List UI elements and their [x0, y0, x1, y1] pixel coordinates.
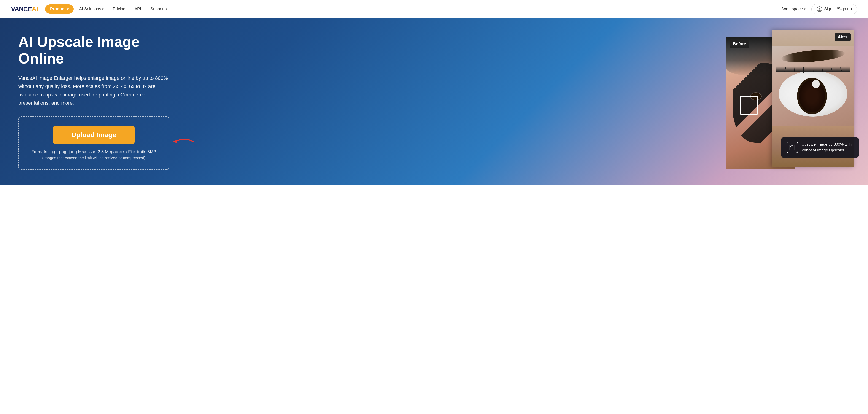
- before-after-container: Before After: [726, 30, 854, 171]
- chevron-down-icon: ▾: [102, 7, 104, 11]
- upload-dropzone[interactable]: Upload Image Formats: .jpg,.png,.jpeg Ma…: [18, 116, 169, 170]
- logo-vance: VANCE: [11, 5, 32, 13]
- logo-ai: AI: [32, 5, 38, 13]
- hero-title: AI Upscale Image Online: [18, 34, 169, 67]
- arrow-pointer: [169, 135, 196, 148]
- workspace-nav-button[interactable]: Workspace ▾: [779, 5, 809, 13]
- before-label: Before: [730, 40, 749, 48]
- nav-right: Workspace ▾ Sign in/Sign up: [779, 4, 857, 14]
- selection-box: [740, 96, 758, 114]
- upload-image-button[interactable]: Upload Image: [53, 126, 135, 144]
- chevron-down-icon: ▾: [804, 7, 806, 11]
- api-nav-link[interactable]: API: [131, 5, 145, 13]
- support-nav-link[interactable]: Support ▾: [147, 5, 171, 13]
- nav-items: Product ▾ AI Solutions ▾ Pricing API Sup…: [45, 4, 779, 14]
- hero-image-area: Before After: [391, 18, 868, 185]
- ai-solutions-nav-link[interactable]: AI Solutions ▾: [75, 5, 107, 13]
- upload-formats-text: Formats: .jpg,.png,.jpeg Max size: 2.8 M…: [30, 149, 157, 154]
- upscale-icon: [786, 142, 798, 153]
- after-label: After: [835, 33, 850, 41]
- navbar: VANCE AI Product ▾ AI Solutions ▾ Pricin…: [0, 0, 868, 18]
- eye-highlight: [812, 80, 820, 88]
- signin-button[interactable]: Sign in/Sign up: [811, 4, 857, 14]
- hero-section: AI Upscale Image Online VanceAI Image En…: [0, 18, 868, 185]
- tooltip-text: Upscale image by 800% with VanceAI Image…: [802, 142, 854, 153]
- upscale-tooltip: Upscale image by 800% with VanceAI Image…: [781, 137, 859, 158]
- user-icon: [817, 6, 822, 12]
- chevron-down-icon: ▾: [67, 7, 69, 11]
- logo[interactable]: VANCE AI: [11, 5, 38, 13]
- product-nav-button[interactable]: Product ▾: [45, 4, 74, 14]
- upload-note-text: (Images that exceed the limit will be re…: [30, 156, 157, 160]
- eyebrow: [781, 47, 845, 65]
- hero-description: VanceAI Image Enlarger helps enlarge ima…: [18, 74, 169, 107]
- chevron-down-icon: ▾: [166, 7, 167, 11]
- hero-content: AI Upscale Image Online VanceAI Image En…: [0, 20, 188, 183]
- svg-rect-1: [790, 145, 795, 150]
- pricing-nav-link[interactable]: Pricing: [109, 5, 129, 13]
